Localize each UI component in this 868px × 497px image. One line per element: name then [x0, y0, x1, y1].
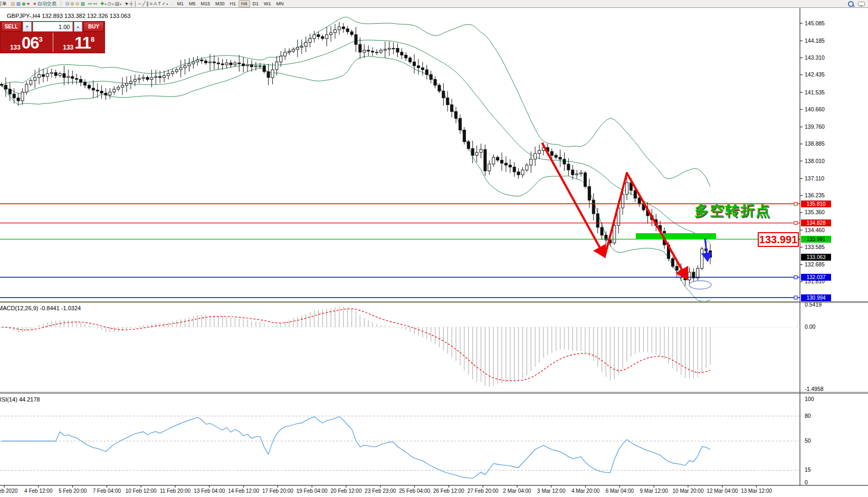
dropdown-caret-icon[interactable]: ▾	[120, 2, 121, 6]
macd-indicator-label: MACD(12,26,9) -0.8441 -1.0324	[0, 305, 81, 311]
candles-layer	[1, 22, 712, 286]
level-handle[interactable]	[794, 222, 797, 225]
sell-button[interactable]: SELL	[1, 22, 22, 32]
rsi-scale-label: 80	[805, 413, 811, 419]
price-tick-label: 139.760	[805, 123, 825, 130]
chart-canvas[interactable]: 145.085144.185143.310142.435141.535140.6…	[0, 0, 868, 497]
dropdown-caret-icon[interactable]: ▾	[166, 2, 168, 6]
highlight-band[interactable]	[636, 233, 716, 240]
community-chat-icon[interactable]	[858, 2, 865, 6]
autotrade-icon[interactable]: ●	[26, 1, 30, 7]
time-axis-label: 10 Mar 20:00	[673, 488, 704, 494]
cursor-icon[interactable]: ➤	[124, 1, 129, 7]
time-axis-label: 2 Mar 04:00	[503, 488, 531, 494]
zoom-out-icon[interactable]: ⊖	[75, 1, 80, 7]
price-tick-label: 135.360	[805, 209, 825, 215]
vline-icon[interactable]: │	[133, 1, 138, 7]
timeframe-button-mn[interactable]: MN	[274, 0, 287, 7]
timeframe-button-w1[interactable]: W1	[261, 0, 274, 7]
top-toolbar: 订单 ▤▦◉● ● 自动交易 ⊟⊕⊖▦↦↤✚▾◷▾▤▾➤┼│─╱∥≡AT✓▾ ⁞…	[0, 0, 868, 8]
time-axis-label: 23 Feb 23:00	[365, 488, 396, 494]
time-axis-label: 9 Mar 12:00	[640, 488, 669, 494]
low-circle-annotation[interactable]	[689, 281, 711, 289]
indicator-window-icon[interactable]: ⊟	[65, 1, 70, 7]
rsi-pane: 1008050150	[0, 396, 814, 485]
market-watch-icon[interactable]: ▦	[16, 1, 22, 7]
zoom-in-icon[interactable]: ⊕	[70, 1, 75, 7]
rsi-scale-label: 100	[805, 396, 814, 402]
orders-label[interactable]: 订单	[0, 1, 7, 7]
auto-scroll-icon[interactable]: ↦	[88, 1, 93, 7]
add-indicator-icon[interactable]: ✚▾	[100, 1, 107, 7]
time-axis-label: 13 Mar 12:00	[741, 488, 772, 494]
horizontal-levels[interactable]	[0, 202, 800, 299]
price-axis[interactable]: 145.085144.185143.310142.435141.535140.6…	[0, 7, 868, 485]
level-handle[interactable]	[794, 296, 797, 299]
crosshair-icon[interactable]: ┼	[129, 1, 133, 7]
timeframe-button-m15[interactable]: M15	[198, 0, 213, 7]
new-order-icon[interactable]: ▤	[10, 1, 16, 7]
template-icon[interactable]: ▤▾	[114, 1, 122, 7]
rsi-scale-label: 15	[805, 466, 811, 473]
autotrade-button[interactable]: ● 自动交易	[33, 1, 56, 7]
signals-icon[interactable]: ◉	[21, 1, 26, 7]
volume-input[interactable]	[33, 22, 73, 32]
price-tick-label: 140.660	[805, 106, 825, 112]
buy-price-prefix: 133	[63, 44, 73, 51]
search-icon[interactable]	[848, 1, 854, 7]
price-tick-label: 133.585	[805, 244, 825, 250]
price-callout-box[interactable]: 133.991	[758, 232, 799, 247]
time-axis-label: 27 Feb 20:00	[468, 488, 499, 494]
level-handle[interactable]	[794, 202, 797, 205]
time-axis-label: 4 Mar 20:00	[571, 488, 600, 494]
price-chip-133.991: 133.991	[801, 236, 831, 243]
price-tick-label: 142.435	[805, 71, 825, 78]
price-divider	[53, 33, 53, 52]
sell-price-prefix: 133	[10, 44, 21, 51]
periods-icon[interactable]: ◷▾	[107, 1, 115, 7]
toolbar-drag-handle: ⁞	[171, 2, 171, 6]
arrows-icon[interactable]: ✓▾	[161, 1, 169, 7]
fibonacci-icon[interactable]: ≡	[149, 1, 153, 7]
timeframe-button-h1[interactable]: H1	[227, 0, 239, 7]
time-axis-label: 6 Mar 04:00	[606, 488, 634, 494]
autotrade-status-icon: ●	[33, 1, 36, 6]
timeframe-button-d1[interactable]: D1	[250, 0, 262, 7]
buy-price[interactable]: 133 11 8	[53, 32, 106, 53]
dropdown-caret-icon[interactable]: ▾	[112, 2, 113, 6]
time-axis-label: 13 Feb 04:00	[194, 488, 225, 494]
volume-decrease-button[interactable]: ▼	[23, 22, 32, 32]
text-icon[interactable]: A	[153, 1, 157, 7]
rsi-scale-label: 50	[805, 437, 811, 444]
hline-icon[interactable]: ─	[138, 1, 142, 7]
timeframe-button-m1[interactable]: M1	[174, 0, 186, 7]
time-axis-label: 19 Feb 04:00	[297, 488, 328, 494]
time-axis-label: 25 Feb 04:00	[399, 488, 430, 494]
macd-scale-label: 0.5419	[805, 301, 822, 308]
trendline-icon[interactable]: ╱	[142, 1, 146, 7]
timeframe-button-h4[interactable]: H4	[239, 0, 250, 7]
volume-increase-button[interactable]: ▲	[74, 22, 83, 32]
chart-shift-icon[interactable]: ↤	[92, 1, 98, 7]
timeframe-button-m5[interactable]: M5	[186, 0, 198, 7]
level-handle[interactable]	[794, 276, 797, 279]
timeframe-button-m30[interactable]: M30	[213, 0, 227, 7]
label-icon[interactable]: T	[157, 1, 161, 7]
price-tick-label: 145.085	[805, 20, 825, 26]
tile-windows-icon[interactable]: ▦	[80, 1, 85, 7]
trend-arrow[interactable]	[605, 173, 627, 256]
buy-button[interactable]: BUY	[83, 22, 104, 32]
price-chip-132.037: 132.037	[801, 274, 831, 281]
sell-price[interactable]: 133 06 3	[0, 32, 53, 53]
price-chip-134.828: 134.828	[801, 219, 831, 226]
time-axis-label: 3 Feb 2020	[0, 488, 18, 494]
time-axis-label: 14 Feb 12:00	[228, 488, 259, 494]
price-tick-label: 137.110	[805, 175, 824, 181]
rsi-indicator-label: RSI(14) 44.2178	[0, 396, 40, 403]
trend-arrow[interactable]	[627, 173, 687, 279]
time-axis-label: 5 Feb 20:00	[59, 488, 87, 494]
time-axis[interactable]: 3 Feb 20204 Feb 12:005 Feb 20:007 Feb 04…	[0, 485, 868, 494]
dropdown-caret-icon[interactable]: ▾	[105, 2, 107, 6]
price-tick-label: 132.685	[805, 261, 825, 267]
time-axis-label: 4 Feb 12:00	[24, 488, 53, 494]
